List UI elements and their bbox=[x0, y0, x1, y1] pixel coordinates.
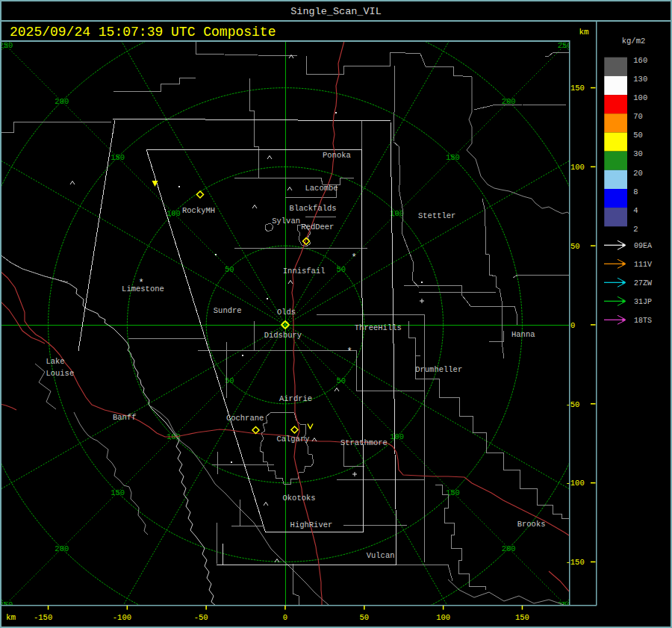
svg-text:150: 150 bbox=[446, 153, 460, 162]
svg-text:2: 2 bbox=[633, 225, 638, 234]
svg-text:Drumheller: Drumheller bbox=[415, 365, 462, 374]
svg-text:70: 70 bbox=[633, 112, 643, 121]
svg-text:Single_Scan_VIL: Single_Scan_VIL bbox=[290, 6, 382, 17]
svg-text:-100: -100 bbox=[566, 479, 585, 488]
svg-text:100: 100 bbox=[167, 209, 181, 218]
svg-text:Banff: Banff bbox=[113, 413, 137, 422]
svg-text:50: 50 bbox=[570, 242, 580, 251]
svg-text:-150: -150 bbox=[34, 613, 52, 622]
svg-text:31JP: 31JP bbox=[634, 298, 652, 306]
svg-text:160: 160 bbox=[633, 56, 647, 65]
svg-text:Olds: Olds bbox=[277, 308, 296, 317]
svg-text:0: 0 bbox=[283, 613, 287, 622]
svg-text:Lake: Lake bbox=[46, 357, 64, 366]
svg-text:-100: -100 bbox=[113, 613, 131, 622]
svg-text:09EA: 09EA bbox=[634, 242, 652, 250]
svg-text:18TS: 18TS bbox=[634, 317, 652, 325]
svg-text:*: * bbox=[346, 346, 352, 357]
svg-text:250: 250 bbox=[0, 41, 13, 50]
svg-text:50: 50 bbox=[225, 265, 234, 274]
svg-text:150: 150 bbox=[570, 84, 585, 93]
svg-text:100: 100 bbox=[570, 163, 585, 172]
svg-text:Stettler: Stettler bbox=[418, 211, 455, 220]
svg-text:4: 4 bbox=[633, 206, 638, 215]
svg-text:ThreeHills: ThreeHills bbox=[355, 323, 402, 332]
svg-text:km: km bbox=[579, 28, 589, 37]
svg-text:Blackfalds: Blackfalds bbox=[290, 204, 337, 213]
svg-text:20: 20 bbox=[633, 169, 643, 178]
svg-text:-150: -150 bbox=[566, 558, 585, 567]
svg-text:Innisfail: Innisfail bbox=[283, 267, 326, 276]
svg-text:HighRiver: HighRiver bbox=[290, 520, 333, 529]
svg-text:Ponoka: Ponoka bbox=[323, 151, 351, 160]
svg-text:Hanna: Hanna bbox=[511, 330, 535, 339]
svg-text:Calgary: Calgary bbox=[276, 435, 309, 444]
svg-text:Cochrane: Cochrane bbox=[226, 414, 264, 423]
svg-text:Okotoks: Okotoks bbox=[283, 494, 316, 503]
svg-text:50: 50 bbox=[359, 613, 369, 622]
svg-text:150: 150 bbox=[111, 153, 125, 162]
svg-text:27ZW: 27ZW bbox=[634, 279, 652, 287]
svg-text:Sylvan: Sylvan bbox=[272, 217, 300, 226]
svg-text:130: 130 bbox=[633, 75, 647, 84]
svg-text:30: 30 bbox=[633, 149, 643, 158]
svg-text:100: 100 bbox=[390, 432, 404, 441]
svg-text:200: 200 bbox=[55, 97, 69, 106]
svg-text:Didsbury: Didsbury bbox=[264, 331, 302, 340]
svg-text:kg/m2: kg/m2 bbox=[622, 37, 646, 46]
svg-text:Louise: Louise bbox=[46, 369, 74, 378]
svg-text:*: * bbox=[351, 252, 356, 263]
svg-text:RockyMH: RockyMH bbox=[182, 206, 215, 215]
svg-text:Brooks: Brooks bbox=[517, 520, 546, 529]
svg-text:Vulcan: Vulcan bbox=[367, 551, 395, 560]
svg-text:111V: 111V bbox=[634, 261, 652, 269]
svg-text:km: km bbox=[6, 613, 16, 622]
svg-text:RedDeer: RedDeer bbox=[301, 223, 334, 231]
svg-text:200: 200 bbox=[502, 544, 516, 553]
svg-text:50: 50 bbox=[336, 376, 346, 385]
svg-text:Sundre: Sundre bbox=[214, 306, 242, 315]
svg-text:150: 150 bbox=[515, 613, 529, 622]
svg-text:100: 100 bbox=[436, 613, 450, 622]
svg-text:8: 8 bbox=[633, 187, 638, 196]
svg-text:Strathmore: Strathmore bbox=[340, 438, 388, 447]
svg-text:150: 150 bbox=[111, 488, 125, 497]
svg-text:50: 50 bbox=[633, 131, 643, 140]
svg-text:2025/09/24 15:07:39 UTC Compos: 2025/09/24 15:07:39 UTC Composite bbox=[10, 25, 276, 40]
svg-text:0: 0 bbox=[570, 321, 575, 330]
svg-text:100: 100 bbox=[633, 93, 647, 102]
svg-text:Airdrie: Airdrie bbox=[279, 394, 312, 403]
svg-text:-50: -50 bbox=[194, 613, 208, 622]
svg-text:Lacombe: Lacombe bbox=[305, 184, 338, 193]
svg-text:200: 200 bbox=[55, 544, 69, 553]
svg-text:*: * bbox=[138, 278, 143, 288]
svg-text:-50: -50 bbox=[566, 400, 580, 409]
svg-text:50: 50 bbox=[336, 265, 346, 274]
